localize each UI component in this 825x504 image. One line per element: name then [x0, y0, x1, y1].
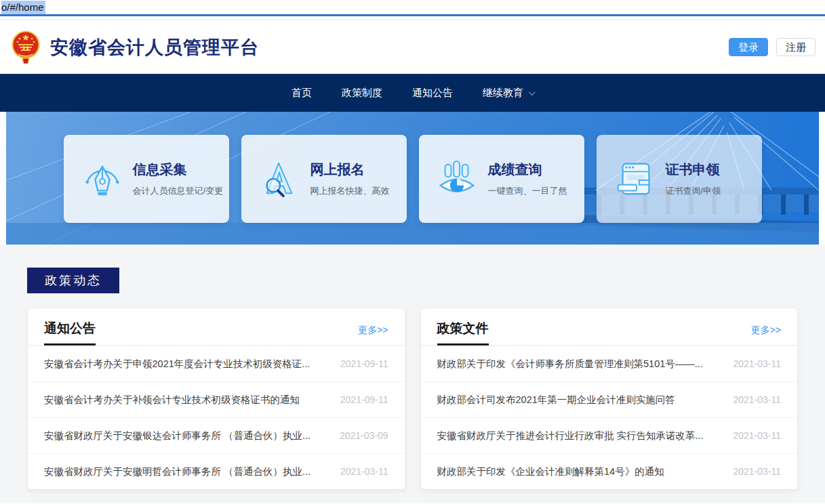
list-item-date: 2021-03-11 — [733, 430, 781, 441]
panel-policy-documents: 政策文件 更多>> 财政部关于印发《会计师事务所质量管理准则第5101号——..… — [420, 308, 799, 490]
quick-card-subtitle: 证书查询/申领 — [666, 185, 721, 197]
nav-item-label: 继续教育 — [483, 87, 523, 100]
news-panels: 通知公告 更多>> 安徽省会计考办关于申领2021年度会计专业技术初级资格证..… — [27, 308, 798, 490]
panel-notices: 通知公告 更多>> 安徽省会计考办关于申领2021年度会计专业技术初级资格证..… — [27, 308, 405, 490]
address-bar-url-text[interactable]: o/#/home — [1, 1, 45, 14]
letter-a-magnifier-icon — [259, 158, 301, 200]
chevron-down-icon — [529, 89, 536, 96]
pen-nib-icon — [81, 158, 123, 200]
policy-section: 政策动态 通知公告 更多>> 安徽省会计考办关于申领2021年度会计专业技术初级… — [0, 245, 825, 503]
list-item-title[interactable]: 安徽省财政厅关于安徽银达会计师事务所 （普通合伙）执业... — [44, 429, 310, 442]
quick-card-title: 成绩查询 — [488, 161, 567, 179]
quick-card-text: 证书申领 证书查询/申领 — [666, 161, 721, 197]
list-item-title[interactable]: 财政部关于印发《会计师事务所质量管理准则第5101号——... — [437, 358, 703, 371]
list-item-title[interactable]: 财政部会计司发布2021年第一期企业会计准则实施问答 — [437, 394, 675, 406]
quick-actions: 信息采集 会计人员信息登记/变更 网上报名 网上报名快捷、高效 — [6, 135, 819, 223]
list-item-title[interactable]: 安徽省财政厅关于推进会计行业行政审批 实行告知承诺改革... — [437, 429, 704, 442]
panel-title: 通知公告 — [44, 320, 96, 345]
browser-address-bar[interactable]: o/#/home — [0, 0, 825, 14]
list-item-title[interactable]: 安徽省会计考办关于补领会计专业技术初级资格证书的通知 — [44, 394, 300, 406]
quick-card-text: 成绩查询 一键查询、一目了然 — [488, 161, 567, 197]
national-emblem-logo — [9, 30, 42, 65]
quick-card-subtitle: 网上报名快捷、高效 — [310, 185, 390, 197]
certificate-window-icon — [614, 158, 656, 200]
list-item-date: 2021-03-11 — [340, 466, 388, 477]
list-item[interactable]: 财政部会计司发布2021年第一期企业会计准则实施问答 2021-03-11 — [421, 381, 798, 417]
eye-chart-icon — [437, 158, 479, 200]
quick-card-score-inquiry[interactable]: 成绩查询 一键查询、一目了然 — [419, 135, 584, 223]
list-item-date: 2021-09-11 — [340, 358, 388, 369]
tab-policy-news[interactable]: 政策动态 — [27, 268, 119, 293]
list-item[interactable]: 财政部关于印发《企业会计准则解释第14号》的通知 2021-03-11 — [421, 453, 798, 489]
more-link[interactable]: 更多>> — [751, 324, 781, 341]
list-item[interactable]: 安徽省会计考办关于申领2021年度会计专业技术初级资格证... 2021-09-… — [28, 345, 405, 381]
login-button[interactable]: 登录 — [729, 38, 768, 56]
panel-header: 通知公告 更多>> — [28, 308, 405, 345]
quick-card-title: 网上报名 — [310, 161, 390, 179]
main-nav: 首页 政策制度 通知公告 继续教育 — [0, 74, 825, 112]
list-item-title[interactable]: 安徽省会计考办关于申领2021年度会计专业技术初级资格证... — [44, 358, 310, 371]
list-item[interactable]: 财政部关于印发《会计师事务所质量管理准则第5101号——... 2021-03-… — [421, 345, 798, 381]
quick-card-title: 证书申领 — [666, 161, 721, 179]
list-item-date: 2021-03-11 — [733, 394, 781, 405]
quick-card-title: 信息采集 — [133, 161, 224, 179]
list-item-date: 2021-03-11 — [733, 466, 781, 477]
list-item-title[interactable]: 安徽省财政厅关于安徽明哲会计师事务所 （普通合伙）执业... — [44, 465, 310, 478]
quick-card-text: 网上报名 网上报名快捷、高效 — [310, 161, 390, 197]
panel-header: 政策文件 更多>> — [421, 308, 798, 345]
quick-card-online-registration[interactable]: 网上报名 网上报名快捷、高效 — [241, 135, 407, 223]
list-item-date: 2021-03-09 — [340, 430, 388, 441]
hero-banner: 信息采集 会计人员信息登记/变更 网上报名 网上报名快捷、高效 — [6, 112, 819, 245]
list-item-date: 2021-03-11 — [733, 358, 781, 369]
auth-buttons: 登录 注册 — [729, 38, 817, 56]
page-root: o/#/home — [0, 0, 825, 503]
nav-item-policy-system[interactable]: 政策制度 — [342, 87, 382, 100]
list-item[interactable]: 安徽省财政厅关于推进会计行业行政审批 实行告知承诺改革... 2021-03-1… — [421, 417, 798, 453]
panel-title: 政策文件 — [437, 320, 489, 345]
nav-item-home[interactable]: 首页 — [291, 87, 312, 100]
list-item[interactable]: 安徽省财政厅关于安徽银达会计师事务所 （普通合伙）执业... 2021-03-0… — [28, 417, 405, 453]
quick-card-text: 信息采集 会计人员信息登记/变更 — [133, 161, 224, 197]
more-link[interactable]: 更多>> — [358, 324, 388, 341]
nav-item-notices[interactable]: 通知公告 — [412, 87, 453, 100]
quick-card-certificate[interactable]: 证书申领 证书查询/申领 — [597, 135, 762, 223]
list-item[interactable]: 安徽省会计考办关于补领会计专业技术初级资格证书的通知 2021-09-11 — [28, 381, 405, 417]
site-title: 安徽省会计人员管理平台 — [50, 35, 259, 60]
list-item[interactable]: 安徽省财政厅关于安徽明哲会计师事务所 （普通合伙）执业... 2021-03-1… — [28, 453, 405, 489]
nav-item-continuing-education[interactable]: 继续教育 — [483, 87, 534, 100]
quick-card-subtitle: 会计人员信息登记/变更 — [133, 185, 224, 197]
list-item-date: 2021-09-11 — [340, 394, 388, 405]
quick-card-info-collection[interactable]: 信息采集 会计人员信息登记/变更 — [64, 135, 229, 223]
site-header: 安徽省会计人员管理平台 登录 注册 — [0, 20, 825, 74]
register-button[interactable]: 注册 — [776, 38, 816, 56]
quick-card-subtitle: 一键查询、一目了然 — [488, 185, 567, 197]
list-item-title[interactable]: 财政部关于印发《企业会计准则解释第14号》的通知 — [437, 465, 664, 478]
brand-block: 安徽省会计人员管理平台 — [9, 30, 259, 65]
